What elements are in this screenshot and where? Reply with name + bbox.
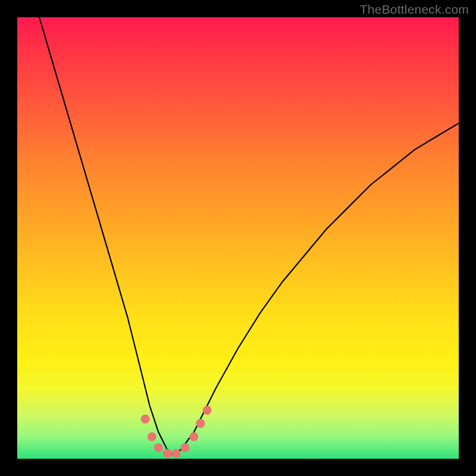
curve-layer bbox=[17, 17, 459, 459]
marker-group bbox=[141, 406, 212, 458]
plot-area bbox=[17, 17, 459, 459]
marker-dot bbox=[181, 443, 190, 452]
marker-dot bbox=[148, 432, 156, 441]
marker-dot bbox=[154, 443, 163, 452]
marker-dot bbox=[172, 449, 181, 458]
chart-frame: TheBottleneck.com bbox=[0, 0, 476, 476]
marker-dot bbox=[141, 415, 150, 424]
bottleneck-curve bbox=[39, 17, 459, 455]
marker-dot bbox=[196, 419, 205, 428]
marker-dot bbox=[163, 449, 172, 458]
watermark-text: TheBottleneck.com bbox=[360, 2, 469, 17]
marker-dot bbox=[203, 406, 212, 415]
marker-dot bbox=[189, 432, 198, 441]
